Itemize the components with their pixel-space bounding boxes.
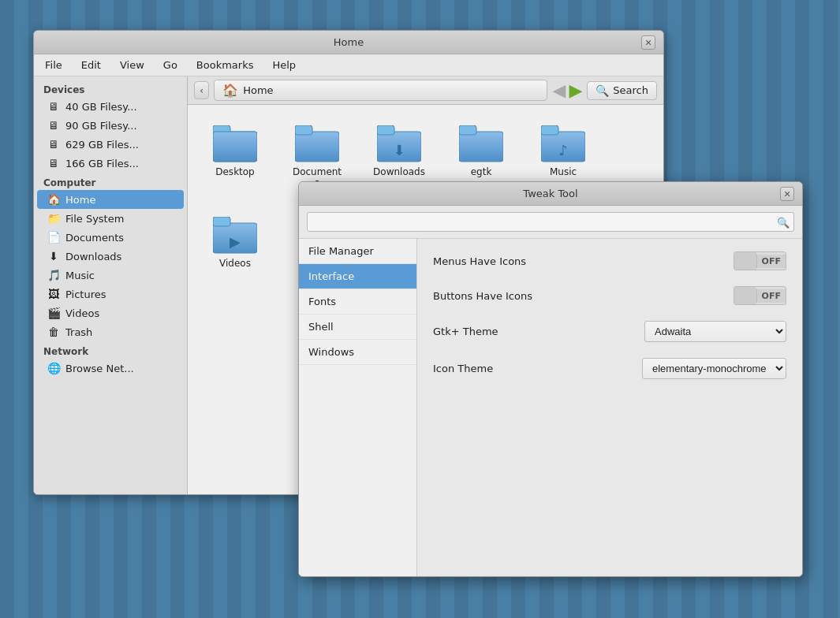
folder-documents-icon [295, 125, 339, 163]
sidebar-item-browse-network[interactable]: 🌐 Browse Net... [34, 359, 187, 378]
gtk-theme-label: Gtk+ Theme [433, 326, 498, 337]
tweak-sidebar-item-shell[interactable]: Shell [299, 315, 416, 340]
search-label: Search [613, 84, 648, 96]
drive-icon: 🖥 [47, 138, 61, 151]
menus-have-icons-label: Menus Have Icons [433, 255, 526, 267]
svg-rect-3 [295, 132, 339, 162]
menus-have-icons-toggle[interactable]: OFF [734, 251, 786, 270]
trash-icon: 🗑 [47, 326, 61, 338]
menu-go[interactable]: Go [159, 58, 182, 73]
toggle-off-label: OFF [756, 255, 786, 268]
file-label-desktop: Desktop [215, 166, 255, 177]
home-icon: 🏠 [47, 193, 61, 206]
sidebar-item-trash[interactable]: 🗑 Trash [34, 322, 187, 341]
sidebar-item-90gb[interactable]: 🖥 90 GB Filesy... [34, 116, 187, 135]
tweak-main: Menus Have Icons OFF Buttons Have Icons … [417, 239, 802, 576]
back-button[interactable]: ‹ [194, 81, 209, 99]
folder-videos-icon: ▶ [213, 217, 257, 255]
sidebar-computer-label: Computer [34, 173, 187, 190]
gtk-theme-select[interactable]: Adwaita Clearlooks Ambiance [644, 321, 786, 342]
svg-rect-8 [459, 132, 503, 162]
tweak-tool-window: Tweak Tool ✕ 🔍 File Manager Interface Fo… [298, 181, 803, 577]
search-icon: 🔍 [595, 84, 609, 97]
gtk-theme-row: Gtk+ Theme Adwaita Clearlooks Ambiance [433, 321, 786, 342]
svg-rect-9 [459, 125, 476, 135]
sidebar: Devices 🖥 40 GB Filesy... 🖥 90 GB Filesy… [34, 76, 188, 494]
folder-desktop-icon [213, 125, 257, 163]
filesystem-icon: 📁 [47, 212, 61, 225]
drive-icon: 🖥 [47, 157, 61, 169]
sidebar-item-home[interactable]: 🏠 Home [37, 190, 184, 209]
breadcrumb-label: Home [243, 84, 273, 96]
tweak-tool-titlebar: Tweak Tool ✕ [299, 182, 802, 206]
search-wrap: 🔍 [307, 212, 794, 232]
folder-downloads-icon: ⬇ [377, 125, 421, 163]
forward-arrow-icon[interactable]: ▶ [569, 80, 582, 100]
toolbar: ‹ 🏠 Home ◀ ▶ 🔍 Search [188, 76, 663, 105]
file-label-downloads: Downloads [373, 166, 425, 177]
drive-icon: 🖥 [47, 100, 61, 113]
tweak-sidebar-item-interface[interactable]: Interface [299, 264, 416, 289]
buttons-have-icons-row: Buttons Have Icons OFF [433, 286, 786, 305]
tweak-search-bar: 🔍 [299, 206, 802, 239]
tweak-body: File Manager Interface Fonts Shell Windo… [299, 239, 802, 576]
tweak-sidebar: File Manager Interface Fonts Shell Windo… [299, 239, 417, 576]
svg-text:♪: ♪ [558, 142, 568, 158]
folder-egtk-icon [459, 125, 503, 163]
tweak-tool-title: Tweak Tool [523, 188, 577, 199]
menu-help[interactable]: Help [267, 58, 301, 73]
tweak-search-input[interactable] [307, 212, 794, 232]
toggle-off-label-2: OFF [756, 289, 786, 303]
file-manager-close-button[interactable]: ✕ [641, 35, 655, 50]
sidebar-item-downloads[interactable]: ⬇ Downloads [34, 247, 187, 266]
sidebar-item-documents[interactable]: 📄 Documents [34, 228, 187, 247]
sidebar-item-629gb[interactable]: 🖥 629 GB Files... [34, 135, 187, 154]
sidebar-item-music[interactable]: 🎵 Music [34, 266, 187, 285]
downloads-icon: ⬇ [47, 250, 61, 262]
menu-file[interactable]: File [40, 58, 67, 73]
menu-view[interactable]: View [115, 58, 149, 73]
icon-theme-label: Icon Theme [433, 363, 493, 374]
buttons-have-icons-toggle[interactable]: OFF [734, 286, 786, 305]
tweak-sidebar-item-fonts[interactable]: Fonts [299, 289, 416, 315]
icon-theme-row: Icon Theme elementary-monochrome gnome h… [433, 358, 786, 379]
file-label-videos: Videos [219, 258, 251, 269]
documents-icon: 📄 [47, 231, 61, 244]
buttons-have-icons-label: Buttons Have Icons [433, 290, 532, 302]
icon-theme-select[interactable]: elementary-monochrome gnome hicolor [642, 358, 786, 379]
pictures-icon: 🖼 [47, 288, 61, 300]
file-manager-titlebar: Home ✕ [34, 31, 663, 54]
svg-rect-14 [213, 217, 230, 226]
file-label-music: Music [550, 166, 577, 177]
file-item-videos[interactable]: ▶ Videos [203, 212, 267, 274]
menu-edit[interactable]: Edit [77, 58, 106, 73]
search-button[interactable]: 🔍 Search [587, 81, 657, 100]
tweak-close-button[interactable]: ✕ [780, 187, 794, 201]
sidebar-devices-label: Devices [34, 80, 187, 97]
menus-have-icons-row: Menus Have Icons OFF [433, 251, 786, 270]
sidebar-network-label: Network [34, 341, 187, 359]
menu-bookmarks[interactable]: Bookmarks [192, 58, 259, 73]
tweak-search-icon: 🔍 [777, 216, 790, 228]
tweak-sidebar-item-windows[interactable]: Windows [299, 340, 416, 365]
file-manager-title: Home [334, 36, 364, 48]
toggle-track [734, 252, 756, 270]
svg-text:▶: ▶ [230, 233, 241, 250]
svg-rect-11 [541, 125, 558, 135]
file-label-egtk: egtk [471, 166, 492, 177]
sidebar-item-40gb[interactable]: 🖥 40 GB Filesy... [34, 97, 187, 116]
folder-music-icon: ♪ [541, 125, 585, 163]
breadcrumb: 🏠 Home [214, 80, 547, 101]
music-icon: 🎵 [47, 269, 61, 281]
svg-rect-2 [213, 132, 257, 162]
sidebar-item-videos[interactable]: 🎬 Videos [34, 303, 187, 322]
sidebar-item-166gb[interactable]: 🖥 166 GB Files... [34, 154, 187, 173]
svg-rect-6 [377, 125, 394, 135]
file-manager-menubar: File Edit View Go Bookmarks Help [34, 54, 663, 76]
back-arrow-icon[interactable]: ◀ [552, 80, 566, 100]
toggle-track-2 [734, 287, 756, 304]
file-item-desktop[interactable]: Desktop [203, 121, 267, 193]
tweak-sidebar-item-filemanager[interactable]: File Manager [299, 239, 416, 264]
sidebar-item-filesystem[interactable]: 📁 File System [34, 209, 187, 228]
sidebar-item-pictures[interactable]: 🖼 Pictures [34, 285, 187, 303]
